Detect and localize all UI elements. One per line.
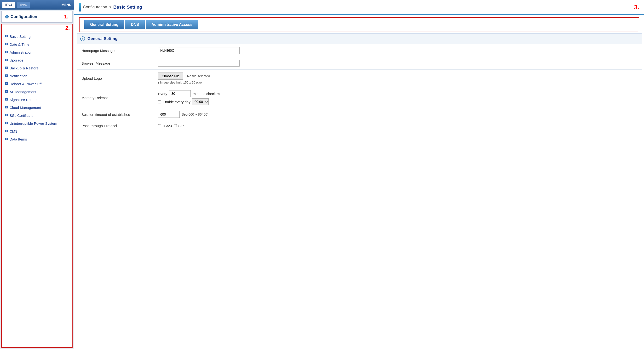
breadcrumb-separator: >	[109, 5, 112, 9]
breadcrumb-indicator-icon	[79, 3, 81, 11]
sidebar-nav-item-label: Cloud Management	[10, 105, 41, 110]
sidebar-nav-item[interactable]: AP Management	[2, 88, 72, 96]
image-limit-text: ( Image size limit: 150 x 90 pixel	[158, 81, 637, 84]
ipv4-button[interactable]: IPv4	[2, 2, 15, 8]
homepage-message-value-cell	[153, 44, 642, 57]
main-content: Configuration > Basic Setting 3. General…	[74, 0, 644, 349]
session-timeout-label: Session timeout of established	[77, 108, 153, 121]
browser-message-label: Browser Message	[77, 57, 153, 70]
step2-label: 2.	[66, 25, 70, 31]
sip-checkbox[interactable]	[174, 124, 177, 127]
session-timeout-field-group: Sec(600 ~ 86400)	[158, 111, 637, 118]
config-dot-icon	[5, 15, 8, 18]
memory-release-row: Memory Release Every minutes check m Ena…	[77, 87, 642, 108]
general-setting-title: General Setting	[88, 36, 118, 41]
tab-dns[interactable]: DNS	[125, 20, 145, 29]
upload-logo-value-cell: Choose File No file selected ( Image siz…	[153, 70, 642, 87]
nav-bullet-icon	[5, 43, 8, 45]
homepage-message-input[interactable]	[158, 47, 240, 54]
ipv6-button[interactable]: IPv6	[17, 2, 30, 8]
sidebar-nav-item[interactable]: Backup & Restore	[2, 64, 72, 72]
menu-label: MENU	[62, 3, 72, 7]
tab-administrative-access[interactable]: Administrative Access	[146, 20, 198, 29]
configuration-nav-item[interactable]: Configuration 1.	[1, 11, 72, 23]
nav-bullet-icon	[5, 82, 8, 85]
tabs-container: General SettingDNSAdministrative Access	[79, 17, 639, 32]
sidebar-nav-item[interactable]: Uninterruptible Power System	[2, 119, 72, 127]
every-label: Every	[158, 92, 167, 96]
passthrough-protocol-label: Pass-through Protocol	[77, 121, 153, 131]
sidebar-nav-item[interactable]: Basic Setting	[2, 32, 72, 40]
minutes-label: minutes check m	[192, 92, 220, 96]
memory-release-enable-group: Enable every day 00:00	[158, 98, 637, 105]
sidebar-nav-item-label: Backup & Restore	[10, 66, 38, 71]
config-label: Configuration	[10, 14, 37, 19]
sidebar-header: IPv4 IPv6 MENU	[0, 0, 74, 9]
sidebar-nav-item[interactable]: Signature Update	[2, 96, 72, 104]
upload-logo-field-group: Choose File No file selected	[158, 72, 637, 80]
nav-bullet-icon	[5, 114, 8, 116]
memory-release-input[interactable]	[169, 90, 191, 97]
sidebar-nav-item-label: Reboot & Power Off	[10, 81, 42, 86]
memory-release-value-cell: Every minutes check m Enable every day 0…	[153, 87, 642, 108]
sip-label: SIP	[178, 124, 184, 128]
memory-release-time-select[interactable]: 00:00	[192, 98, 209, 105]
sidebar-nav-item-label: AP Management	[10, 89, 36, 94]
sidebar-nav-item-label: Date & Time	[10, 42, 30, 47]
passthrough-protocol-value-cell: H-323 SIP	[153, 121, 642, 131]
no-file-text: No file selected	[187, 74, 210, 78]
browser-message-row: Browser Message	[77, 57, 642, 70]
sidebar-nav-item[interactable]: Cloud Management	[2, 104, 72, 112]
memory-release-enable-label: Enable every day	[163, 100, 190, 104]
h323-label: H-323	[163, 124, 172, 128]
sidebar-nav-item[interactable]: SSL Certificate	[2, 112, 72, 119]
step1-label: 1.	[64, 14, 68, 20]
general-setting-section-header: ► General Setting	[77, 33, 642, 44]
sidebar-nav-item[interactable]: Notification	[2, 72, 72, 80]
sidebar-nav-item[interactable]: CMS	[2, 127, 72, 135]
homepage-message-label: Homepage Message	[77, 44, 153, 57]
h323-item: H-323	[158, 124, 172, 128]
nav-bullet-icon	[5, 66, 8, 69]
sidebar-nav-item[interactable]: Date & Time	[2, 40, 72, 48]
nav-list: 2. Basic SettingDate & TimeAdministratio…	[1, 24, 72, 348]
session-timeout-value-cell: Sec(600 ~ 86400)	[153, 108, 642, 121]
memory-release-enable-checkbox[interactable]	[158, 100, 161, 103]
sidebar-nav-item[interactable]: Upgrade	[2, 56, 72, 64]
passthrough-protocol-field-group: H-323 SIP	[158, 124, 637, 128]
sidebar-nav-item-label: Data Items	[10, 137, 27, 142]
browser-message-input[interactable]	[158, 60, 240, 66]
session-timeout-range: Sec(600 ~ 86400)	[182, 112, 208, 116]
memory-release-field-group: Every minutes check m	[158, 90, 637, 97]
nav-bullet-icon	[5, 74, 8, 77]
sidebar-nav-item-label: Notification	[10, 73, 27, 78]
h323-checkbox[interactable]	[158, 124, 161, 127]
sidebar-nav-item-label: Uninterruptible Power System	[10, 121, 57, 126]
sidebar-nav-item-label: Administration	[10, 50, 32, 55]
nav-bullet-icon	[5, 59, 8, 61]
session-timeout-input[interactable]	[158, 111, 180, 118]
browser-message-value-cell	[153, 57, 642, 70]
homepage-message-row: Homepage Message	[77, 44, 642, 57]
session-timeout-row: Session timeout of established Sec(600 ~…	[77, 108, 642, 121]
nav-bullet-icon	[5, 35, 8, 37]
passthrough-protocol-row: Pass-through Protocol H-323 SIP	[77, 121, 642, 131]
content-area: General SettingDNSAdministrative Access …	[74, 15, 644, 349]
memory-release-label: Memory Release	[77, 87, 153, 108]
tab-general-setting[interactable]: General Setting	[84, 20, 124, 29]
breadcrumb-current: Basic Setting	[113, 4, 142, 10]
sidebar-nav-item-label: Signature Update	[10, 97, 38, 102]
section-collapse-button[interactable]: ►	[80, 36, 85, 41]
sidebar-nav-item[interactable]: Reboot & Power Off	[2, 80, 72, 88]
nav-bullet-icon	[5, 122, 8, 124]
sidebar-nav-item[interactable]: Data Items	[2, 135, 72, 143]
choose-file-button[interactable]: Choose File	[158, 72, 183, 80]
sidebar-nav-item[interactable]: Administration	[2, 48, 72, 56]
breadcrumb-parent: Configuration	[83, 5, 107, 9]
sidebar-nav-item-label: SSL Certificate	[10, 113, 34, 118]
nav-bullet-icon	[5, 106, 8, 108]
upload-logo-row: Upload Logo Choose File No file selected…	[77, 70, 642, 87]
breadcrumb: Configuration > Basic Setting 3.	[74, 0, 644, 15]
sidebar-nav-item-label: Upgrade	[10, 58, 24, 63]
nav-bullet-icon	[5, 130, 8, 132]
